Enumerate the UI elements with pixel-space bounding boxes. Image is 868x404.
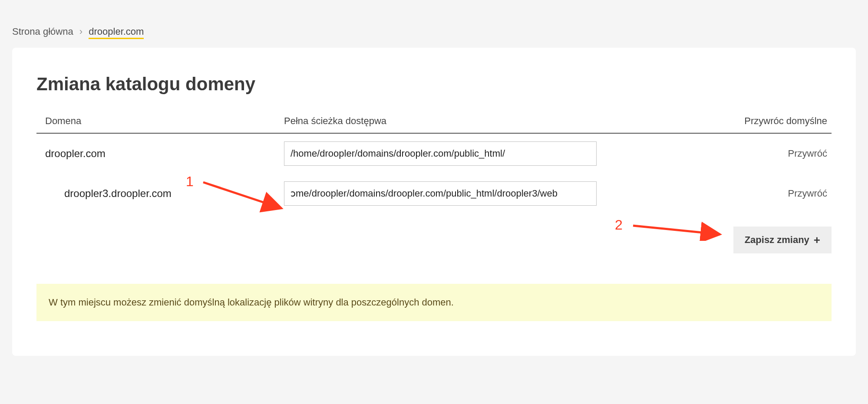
save-button-label: Zapisz zmiany [745, 234, 809, 246]
domain-cell: droopler.com [36, 148, 284, 160]
info-box: W tym miejscu możesz zmienić domyślną lo… [36, 284, 832, 321]
save-button[interactable]: Zapisz zmiany + [733, 227, 832, 253]
breadcrumb-current[interactable]: droopler.com [89, 26, 144, 39]
col-header-restore: Przywróc domyślne [614, 115, 832, 127]
page-title: Zmiana katalogu domeny [36, 74, 832, 95]
restore-link[interactable]: Przywróć [614, 188, 827, 199]
main-panel: Zmiana katalogu domeny Domena Pełna ście… [12, 48, 856, 356]
plus-icon: + [814, 234, 820, 246]
table-header: Domena Pełna ścieżka dostępwa Przywróc d… [36, 115, 832, 134]
table-row: droopler.com Przywróć [36, 134, 832, 174]
col-header-path: Pełna ścieżka dostępwa [284, 115, 614, 127]
breadcrumb: Strona główna › droopler.com [12, 0, 856, 48]
breadcrumb-separator: › [79, 26, 83, 37]
path-input[interactable] [284, 181, 597, 206]
breadcrumb-home[interactable]: Strona główna [12, 26, 73, 37]
domain-table: Domena Pełna ścieżka dostępwa Przywróc d… [36, 115, 832, 213]
restore-link[interactable]: Przywróć [614, 148, 827, 159]
table-row: droopler3.droopler.com Przywróć [36, 174, 832, 213]
domain-cell: droopler3.droopler.com [36, 187, 284, 200]
col-header-domain: Domena [36, 115, 284, 127]
path-input[interactable] [284, 141, 597, 166]
